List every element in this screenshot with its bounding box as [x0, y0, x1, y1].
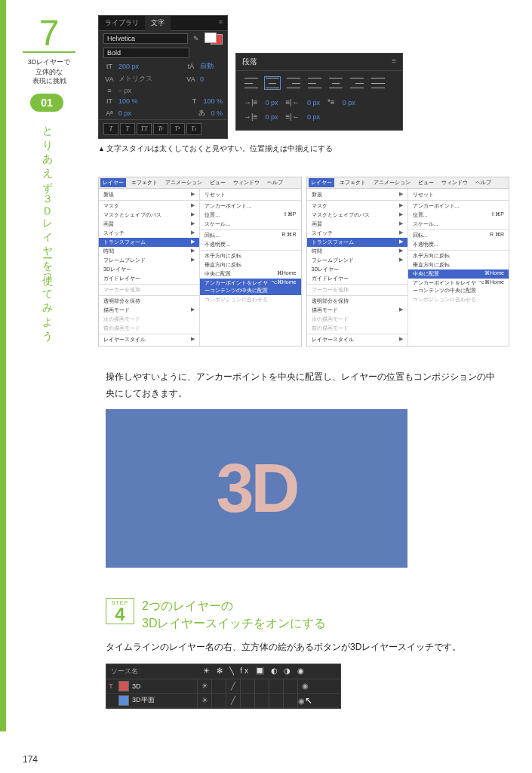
justify-left-button[interactable]: [307, 77, 322, 89]
3d-switch[interactable]: ◉: [297, 679, 312, 693]
switch-column-header: ☀ ✻ ╲ fx 🔲 ◐ ◑ ◉: [198, 664, 340, 679]
character-panel: ライブラリ 文字 ≡ Helvetica ✎ Bold tT: [98, 15, 228, 139]
subscript-button[interactable]: T₁: [186, 123, 201, 135]
indent-left-icon: →|≡: [244, 98, 257, 106]
space-after-icon: ≡|←: [285, 112, 299, 121]
step-4-heading: STEP 4 2つのレイヤーの 3Dレイヤースイッチをオンにする: [106, 598, 502, 632]
panel-menu-icon[interactable]: ≡: [214, 16, 227, 30]
chapter-title: 3Dレイヤーで 立体的な 表現に挑戦: [23, 57, 75, 86]
menu-bar: レイヤー エフェクト アニメーション ビュー ウィンドウ ヘルプ: [99, 177, 301, 189]
3d-switch[interactable]: ◉↖: [297, 694, 312, 707]
tab-library[interactable]: ライブラリ: [99, 16, 145, 30]
cursor-icon: ↖: [305, 695, 312, 706]
menu-screenshot-left: レイヤー エフェクト アニメーション ビュー ウィンドウ ヘルプ 新規▶ マスク…: [98, 177, 302, 346]
font-size-value[interactable]: 200 px: [118, 63, 141, 70]
page-number: 174: [23, 754, 532, 765]
kerning-value[interactable]: メトリクス: [118, 74, 152, 84]
layer-color-chip[interactable]: [118, 681, 129, 691]
kerning-icon: VA: [103, 75, 115, 83]
indent-right-value[interactable]: 0 px: [307, 99, 320, 106]
column-source-name: ソース名: [106, 664, 198, 679]
chapter-number: 7: [23, 15, 75, 53]
tab-character[interactable]: 文字: [145, 16, 171, 31]
superscript-button[interactable]: T¹: [170, 123, 185, 135]
menu-screenshot-right: レイヤー エフェクト アニメーション ビュー ウィンドウ ヘルプ 新規▶ マスク…: [306, 177, 510, 346]
leading-icon: tÂ: [185, 63, 197, 70]
side-accent-strip: [0, 0, 6, 731]
aki-icon: あ: [195, 108, 208, 118]
section-heading-vertical: とりあえず３Ｄレイヤーを使ってみよう: [41, 119, 54, 337]
menu-item-transform[interactable]: トランスフォーム▶: [99, 238, 199, 247]
indent-right-icon: ≡|←: [285, 98, 299, 106]
chapter-box: 7 3Dレイヤーで 立体的な 表現に挑戦: [23, 15, 75, 86]
menu-item-anchor-center[interactable]: アンカーポイントをレイヤーコンテンツの中央に配置⌥⌘Home: [200, 279, 300, 295]
baseline-value[interactable]: 0 px: [118, 109, 141, 117]
sidebar: 7 3Dレイヤーで 立体的な 表現に挑戦 01 とりあえず３Ｄレイヤーを使ってみ…: [0, 0, 91, 731]
vscale-icon: IT: [103, 97, 115, 105]
fill-stroke-swatch[interactable]: [204, 32, 223, 45]
hscale-icon: T: [188, 97, 200, 105]
panel-menu-icon[interactable]: ≡: [392, 57, 396, 67]
align-right-button[interactable]: [286, 77, 301, 89]
timeline-row: 3D平面 ☀ ╱ ◉↖: [106, 694, 340, 708]
composition-preview: 3D: [106, 409, 407, 568]
layer-name[interactable]: 3D: [132, 682, 197, 690]
eyedropper-icon[interactable]: ✎: [191, 35, 201, 42]
smallcaps-button[interactable]: Tr: [153, 123, 168, 135]
panel-title: 段落: [242, 57, 257, 67]
justify-all-button[interactable]: [371, 77, 386, 89]
figure-caption: 文字スタイルは太くしておくと見やすい。位置揃えは中揃えにする: [98, 143, 509, 154]
italic-button[interactable]: T: [120, 123, 135, 135]
justify-center-button[interactable]: [328, 77, 343, 89]
paragraph-panel: 段落 ≡ →|≡ 0 px ≡|← 0 px *≡: [235, 53, 403, 131]
tracking-icon: VA: [185, 75, 197, 83]
font-size-icon: tT: [103, 63, 115, 70]
bold-button[interactable]: T: [103, 123, 118, 135]
leading-value[interactable]: 自動: [200, 61, 223, 71]
font-weight-select[interactable]: Bold: [103, 48, 189, 58]
align-center-button[interactable]: [265, 77, 280, 89]
vscale-value[interactable]: 100 %: [118, 97, 138, 105]
body-text-2: タイムラインのレイヤー名の右、立方体の絵があるボタンが3Dレイヤースイッチです。: [106, 639, 502, 656]
space-before-icon: →|≡: [244, 112, 257, 121]
indent-first-icon: *≡: [328, 98, 335, 106]
hscale-value[interactable]: 100 %: [203, 97, 223, 105]
space-after-value[interactable]: 0 px: [307, 113, 320, 121]
justify-right-button[interactable]: [349, 77, 364, 89]
baseline-icon: Aª: [103, 109, 115, 117]
indent-left-value[interactable]: 0 px: [265, 99, 278, 106]
tsume-value[interactable]: – px: [118, 87, 141, 94]
layer-name[interactable]: 3D平面: [132, 695, 197, 705]
align-left-button[interactable]: [244, 77, 259, 89]
step-number-box: STEP 4: [106, 598, 134, 624]
menu-item-center[interactable]: 中央に配置⌘Home: [408, 269, 509, 279]
text-style-buttons: T T TT Tr T¹ T₁: [99, 119, 227, 138]
font-family-select[interactable]: Helvetica: [103, 33, 188, 44]
body-text-1: 操作しやすいように、アンカーポイントを中央に配置し、レイヤーの位置もコンポジショ…: [106, 369, 502, 402]
timeline-panel: ソース名 ☀ ✻ ╲ fx 🔲 ◐ ◑ ◉ T 3D ☀ ╱ ◉ 3D平面: [106, 664, 341, 709]
main-content: ライブラリ 文字 ≡ Helvetica ✎ Bold tT: [91, 0, 532, 731]
timeline-row: T 3D ☀ ╱ ◉: [106, 679, 340, 694]
allcaps-button[interactable]: TT: [137, 123, 152, 135]
space-before-value[interactable]: 0 px: [265, 113, 278, 121]
menu-layer[interactable]: レイヤー: [100, 178, 126, 187]
layer-color-chip[interactable]: [118, 695, 129, 706]
aki-value[interactable]: 0 %: [211, 109, 223, 117]
alignment-row: [236, 71, 402, 95]
tsume-icon: ≡: [103, 87, 115, 94]
step-badge: 01: [30, 94, 63, 112]
text-layer-3d: 3D: [216, 450, 297, 528]
indent-first-value[interactable]: 0 px: [343, 99, 355, 106]
tracking-value[interactable]: 0: [200, 75, 223, 83]
